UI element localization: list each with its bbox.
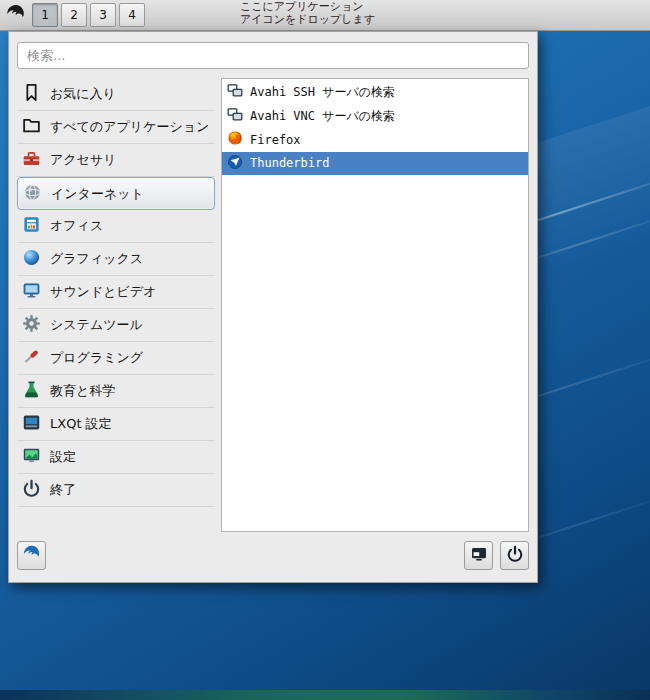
workspace-switcher: 1 2 3 4: [32, 3, 145, 27]
category-item-internet[interactable]: インターネット: [17, 177, 215, 210]
app-item-avahi-vnc[interactable]: Avahi VNC サーバの検索: [222, 105, 528, 129]
category-label: LXQt 設定: [50, 415, 112, 433]
session-buttons: [464, 541, 529, 570]
settings-icon: [22, 446, 41, 468]
category-item-graphics[interactable]: グラフィックス: [17, 243, 215, 276]
sphere-icon: [22, 248, 41, 270]
workspace-button-2[interactable]: 2: [61, 3, 87, 27]
lxqt-settings-icon: [22, 413, 41, 435]
category-label: 終了: [50, 481, 76, 499]
globe-icon: [23, 183, 42, 205]
app-label: Avahi SSH サーバの検索: [250, 84, 395, 101]
lxqt-bird-icon: [21, 543, 42, 567]
category-item-leave[interactable]: 終了: [17, 474, 215, 507]
search-input[interactable]: [17, 42, 529, 69]
category-item-lxqt-settings[interactable]: LXQt 設定: [17, 408, 215, 441]
app-list: Avahi SSH サーバの検索 Avahi VNC サーバの検索 Firefo…: [221, 78, 529, 532]
quicklaunch-drop-hint: ここにアプリケーション アイコンをドロップします: [240, 0, 375, 26]
bookmark-icon: [22, 83, 41, 105]
gear-icon: [22, 314, 41, 336]
category-label: 設定: [50, 448, 76, 466]
category-label: プログラミング: [50, 349, 143, 367]
tools-icon: [22, 347, 41, 369]
app-label: Avahi VNC サーバの検索: [250, 108, 395, 125]
menu-footer: [17, 540, 529, 570]
workspace-button-1[interactable]: 1: [32, 3, 58, 27]
category-item-education-science[interactable]: 教育と科学: [17, 375, 215, 408]
monitor-icon: [22, 281, 41, 303]
toolbox-icon: [22, 149, 41, 171]
category-item-all-applications[interactable]: すべてのアプリケーション: [17, 111, 215, 144]
office-icon: [22, 215, 41, 237]
workspace-button-3[interactable]: 3: [90, 3, 116, 27]
category-label: サウンドとビデオ: [50, 283, 156, 301]
category-item-programming[interactable]: プログラミング: [17, 342, 215, 375]
top-panel: 1 2 3 4 ここにアプリケーション アイコンをドロップします: [0, 0, 650, 31]
category-label: お気に入り: [50, 85, 116, 103]
power-button[interactable]: [500, 541, 529, 570]
drop-hint-line1: ここにアプリケーション: [240, 0, 375, 13]
category-label: システムツール: [50, 316, 143, 334]
thunderbird-icon: [227, 154, 243, 173]
category-label: 教育と科学: [50, 382, 115, 400]
category-item-office[interactable]: オフィス: [17, 210, 215, 243]
avahi-icon: [227, 83, 243, 102]
category-item-favorites[interactable]: お気に入り: [17, 78, 215, 111]
avahi-icon: [227, 107, 243, 126]
main-menu-button[interactable]: [0, 1, 30, 30]
folder-icon: [22, 116, 41, 138]
category-item-settings[interactable]: 設定: [17, 441, 215, 474]
power-icon: [22, 479, 41, 501]
category-item-system-tools[interactable]: システムツール: [17, 309, 215, 342]
workspace-button-4[interactable]: 4: [119, 3, 145, 27]
app-item-avahi-ssh[interactable]: Avahi SSH サーバの検索: [222, 81, 528, 105]
category-label: すべてのアプリケーション: [50, 118, 209, 136]
category-item-accessories[interactable]: アクセサリ: [17, 144, 215, 177]
firefox-icon: [227, 130, 243, 149]
category-label: グラフィックス: [50, 250, 143, 268]
category-list: お気に入り すべてのアプリケーション アクセサリ インターネット オフィス グラ…: [17, 78, 215, 507]
app-item-firefox[interactable]: Firefox: [222, 128, 528, 152]
category-item-sound-video[interactable]: サウンドとビデオ: [17, 276, 215, 309]
screen-leave-icon: [470, 545, 488, 566]
app-label: Thunderbird: [250, 156, 329, 170]
category-label: アクセサリ: [50, 151, 117, 169]
desktop-bottom-strip: [0, 690, 650, 700]
app-menu-popup: お気に入り すべてのアプリケーション アクセサリ インターネット オフィス グラ…: [8, 31, 538, 583]
app-item-thunderbird[interactable]: Thunderbird: [222, 152, 528, 176]
drop-hint-line2: アイコンをドロップします: [240, 13, 375, 26]
lxqt-bird-icon: [4, 2, 27, 28]
power-icon: [506, 545, 524, 566]
app-label: Firefox: [250, 133, 301, 147]
category-label: インターネット: [51, 185, 144, 203]
flask-icon: [22, 380, 41, 402]
lxqt-logo-button[interactable]: [17, 541, 46, 570]
leave-button[interactable]: [464, 541, 493, 570]
category-label: オフィス: [50, 217, 103, 235]
